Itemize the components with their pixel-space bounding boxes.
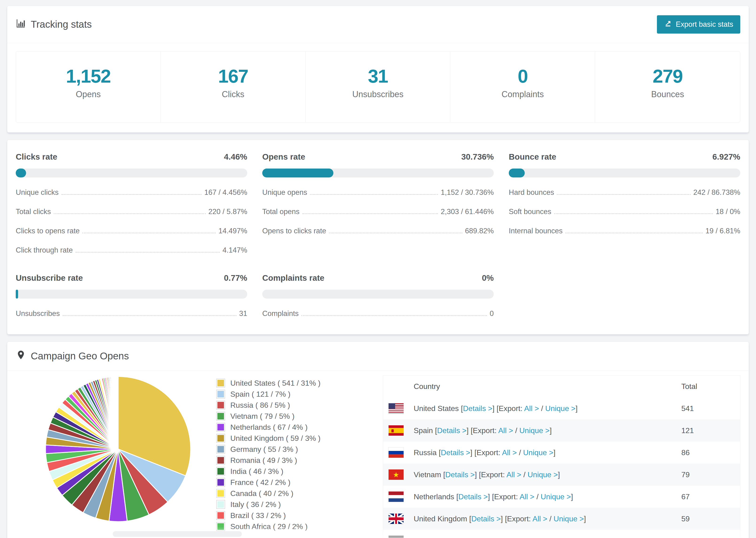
rate-value: 4.46% bbox=[224, 152, 247, 161]
country-flag-icon bbox=[388, 469, 404, 480]
rate-detail-row: Unsubscribes31 bbox=[16, 309, 247, 318]
export-prefix: Export: bbox=[473, 426, 497, 435]
details-link[interactable]: Details > bbox=[463, 404, 492, 413]
geo-opens-panel: Campaign Geo Opens United States ( 541 /… bbox=[7, 342, 749, 538]
dotted-leader bbox=[62, 194, 202, 195]
details-link[interactable]: Details > bbox=[437, 426, 466, 435]
country-flag-icon bbox=[388, 535, 404, 538]
country-row: Vietnam [Details >] [Export: All > / Uni… bbox=[383, 463, 740, 486]
export-all-link[interactable]: All > bbox=[524, 404, 539, 413]
country-total: 67 bbox=[676, 486, 740, 508]
details-link[interactable]: Details > bbox=[449, 537, 478, 538]
bounce-rate-card: Bounce rate6.927% Hard bounces242 / 86.7… bbox=[509, 152, 740, 254]
export-all-link[interactable]: All > bbox=[510, 537, 525, 538]
progress-track bbox=[262, 169, 494, 178]
clicks-rate-card: Clicks rate4.46% Unique clicks167 / 4.45… bbox=[16, 152, 247, 254]
legend-swatch bbox=[216, 511, 225, 520]
flag-column-header bbox=[383, 376, 409, 398]
legend-swatch bbox=[216, 423, 225, 432]
legend-item: Russia ( 86 / 5% ) bbox=[216, 401, 320, 409]
country-total: 86 bbox=[676, 442, 740, 463]
country-flag-icon bbox=[388, 491, 404, 502]
rate-value: 0.77% bbox=[224, 273, 247, 283]
dotted-leader bbox=[54, 213, 206, 214]
country-name: Germany bbox=[414, 537, 445, 538]
country-row: Germany [Details >] [Export: All > / Uni… bbox=[383, 530, 740, 538]
country-row: Netherlands [Details >] [Export: All > /… bbox=[383, 486, 740, 508]
legend-label: Brazil ( 33 / 2% ) bbox=[230, 511, 286, 520]
legend-swatch bbox=[216, 445, 225, 454]
country-name: Vietnam bbox=[414, 470, 441, 479]
legend-label: Netherlands ( 67 / 4% ) bbox=[230, 423, 307, 432]
legend-label: Vietnam ( 79 / 5% ) bbox=[230, 412, 295, 421]
summary-stats-row: 1,152 Opens 167 Clicks 31 Unsubscribes 0… bbox=[16, 51, 740, 123]
details-link[interactable]: Details > bbox=[445, 470, 475, 479]
page-title: Tracking stats bbox=[16, 18, 92, 31]
export-prefix: Export: bbox=[481, 470, 505, 479]
horizontal-scrollbar-thumb[interactable] bbox=[113, 531, 242, 537]
dotted-leader bbox=[76, 252, 220, 252]
dotted-leader bbox=[310, 194, 438, 195]
legend-label: Italy ( 36 / 2% ) bbox=[230, 500, 281, 509]
legend-swatch bbox=[216, 500, 225, 509]
legend-swatch bbox=[216, 401, 225, 409]
complaints-rate-card: Complaints rate0% Complaints0 bbox=[262, 273, 494, 318]
export-unique-link[interactable]: Unique > bbox=[545, 404, 575, 413]
export-all-link[interactable]: All > bbox=[507, 470, 521, 479]
rate-title: Unsubscribe rate bbox=[16, 273, 83, 283]
bar-chart-icon bbox=[16, 18, 26, 31]
legend-label: United States ( 541 / 31% ) bbox=[230, 379, 320, 388]
legend-item: Netherlands ( 67 / 4% ) bbox=[216, 423, 320, 432]
export-all-link[interactable]: All > bbox=[502, 448, 517, 457]
rate-title: Clicks rate bbox=[16, 152, 57, 161]
export-unique-link[interactable]: Unique > bbox=[519, 426, 550, 435]
stat-value: 0 bbox=[453, 66, 593, 87]
rates-grid: Clicks rate4.46% Unique clicks167 / 4.45… bbox=[16, 152, 740, 318]
rate-detail-row: Soft bounces18 / 0% bbox=[509, 207, 740, 216]
geo-title-wrap: Campaign Geo Opens bbox=[16, 350, 129, 362]
tracking-stats-title: Tracking stats bbox=[31, 19, 92, 30]
export-unique-link[interactable]: Unique > bbox=[531, 537, 561, 538]
country-name: Russia bbox=[414, 448, 437, 457]
legend-item: Canada ( 40 / 2% ) bbox=[216, 489, 320, 498]
details-link[interactable]: Details > bbox=[441, 448, 470, 457]
legend-swatch bbox=[216, 434, 225, 443]
legend-item: Vietnam ( 79 / 5% ) bbox=[216, 412, 320, 421]
legend-item: Brazil ( 33 / 2% ) bbox=[216, 511, 320, 520]
legend-label: India ( 46 / 3% ) bbox=[230, 467, 283, 476]
geo-title: Campaign Geo Opens bbox=[31, 350, 129, 362]
rate-detail-row: Total opens2,303 / 61.446% bbox=[262, 207, 494, 216]
country-row: Spain [Details >] [Export: All > / Uniqu… bbox=[383, 419, 740, 442]
stat-value: 31 bbox=[308, 66, 448, 87]
rate-detail-row: Internal bounces19 / 6.81% bbox=[509, 227, 740, 235]
legend-item: Spain ( 121 / 7% ) bbox=[216, 390, 320, 399]
export-all-link[interactable]: All > bbox=[498, 426, 513, 435]
rate-detail-row: Total clicks220 / 5.87% bbox=[16, 207, 247, 216]
rate-detail-row: Opens to clicks rate689.82% bbox=[262, 227, 494, 235]
stat-value: 1,152 bbox=[18, 66, 158, 87]
stat-cell: 167 Clicks bbox=[161, 51, 306, 122]
legend-label: Romania ( 49 / 3% ) bbox=[230, 456, 297, 465]
country-total: 541 bbox=[676, 398, 740, 419]
legend-item: Italy ( 36 / 2% ) bbox=[216, 500, 320, 509]
export-all-link[interactable]: All > bbox=[519, 493, 534, 501]
export-unique-link[interactable]: Unique > bbox=[541, 493, 571, 501]
rate-title: Opens rate bbox=[262, 152, 305, 161]
country-flag-icon bbox=[388, 403, 404, 414]
rate-detail-row: Click through rate4.147% bbox=[16, 246, 247, 254]
legend-item: France ( 42 / 2% ) bbox=[216, 478, 320, 487]
stat-label: Bounces bbox=[598, 89, 738, 99]
dotted-leader bbox=[302, 213, 438, 214]
country-name: United States bbox=[414, 404, 459, 413]
export-unique-link[interactable]: Unique > bbox=[527, 470, 558, 479]
details-link[interactable]: Details > bbox=[471, 514, 501, 523]
legend-label: South Africa ( 29 / 2% ) bbox=[230, 522, 307, 531]
export-unique-link[interactable]: Unique > bbox=[523, 448, 553, 457]
export-all-link[interactable]: All > bbox=[532, 514, 547, 523]
export-basic-stats-button[interactable]: Export basic stats bbox=[657, 15, 740, 33]
export-unique-link[interactable]: Unique > bbox=[554, 514, 584, 523]
stat-cell: 279 Bounces bbox=[595, 51, 740, 122]
rate-title: Bounce rate bbox=[509, 152, 556, 161]
details-link[interactable]: Details > bbox=[458, 493, 488, 501]
legend-swatch bbox=[216, 467, 225, 476]
